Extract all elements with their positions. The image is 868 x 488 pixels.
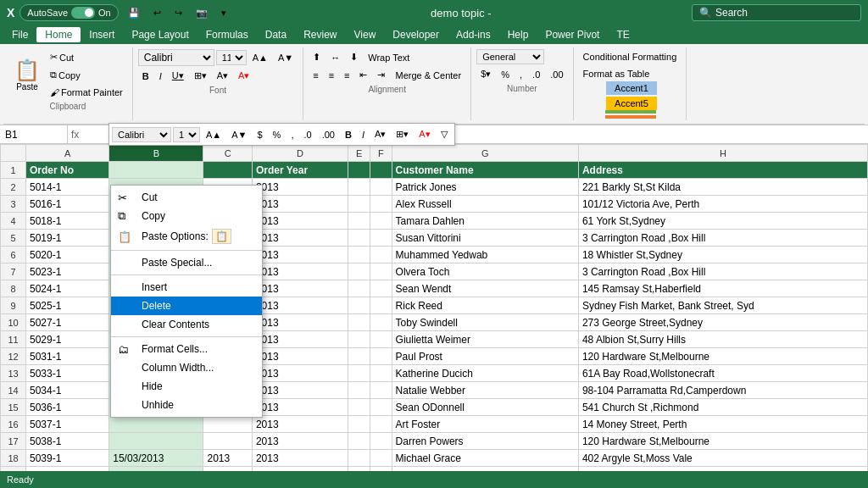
decrease-decimal-button[interactable]: .0 — [528, 66, 544, 82]
cell-g9[interactable]: Rick Reed — [392, 297, 578, 314]
cell-f16[interactable] — [370, 416, 392, 433]
cell-a14[interactable]: 5034-1 — [26, 382, 109, 399]
cell-a16[interactable]: 5037-1 — [26, 416, 109, 433]
col-header-d[interactable]: D — [252, 145, 348, 162]
col-header-h[interactable]: H — [578, 145, 867, 162]
align-middle-button[interactable]: ↔ — [326, 50, 344, 65]
cell-f6[interactable] — [370, 247, 392, 263]
cell-d17[interactable]: 2013 — [252, 433, 348, 450]
cell-f2[interactable] — [370, 179, 392, 196]
cell-b16[interactable] — [109, 416, 203, 433]
cell-f4[interactable] — [370, 213, 392, 230]
cell-e5[interactable] — [348, 230, 370, 247]
merge-center-button[interactable]: Merge & Center — [391, 68, 465, 83]
cell-reference[interactable]: B1 — [0, 125, 68, 143]
ctx-paste-special[interactable]: Paste Special... — [111, 253, 262, 272]
cell-d6[interactable]: 2013 — [252, 247, 348, 263]
cell-h1[interactable]: Address — [578, 162, 867, 179]
cell-f10[interactable] — [370, 314, 392, 331]
cell-f9[interactable] — [370, 297, 392, 314]
menu-power-pivot[interactable]: Power Pivot — [537, 27, 608, 42]
cell-e18[interactable] — [348, 450, 370, 467]
cell-b1[interactable] — [109, 162, 203, 179]
cell-g17[interactable]: Darren Powers — [392, 433, 578, 450]
font-size-select[interactable]: 11 — [216, 50, 247, 65]
cell-d12[interactable]: 2013 — [252, 348, 348, 365]
cell-a4[interactable]: 5018-1 — [26, 213, 109, 230]
mini-size-select[interactable]: 11 — [173, 127, 200, 142]
accent1-button[interactable]: Accent1 — [606, 81, 657, 95]
cell-f1[interactable] — [370, 162, 392, 179]
cell-a3[interactable]: 5016-1 — [26, 196, 109, 213]
cell-e1[interactable] — [348, 162, 370, 179]
ctx-column-width[interactable]: Column Width... — [111, 358, 262, 377]
cell-h3[interactable]: 101/12 Victoria Ave, Perth — [578, 196, 867, 213]
menu-view[interactable]: View — [346, 27, 385, 42]
cell-d3[interactable]: 2013 — [252, 196, 348, 213]
increase-decimal-button[interactable]: .00 — [546, 66, 567, 82]
col-header-f[interactable]: F — [370, 145, 392, 162]
cell-a10[interactable]: 5027-1 — [26, 314, 109, 331]
cell-h11[interactable]: 48 Albion St,Surry Hills — [578, 331, 867, 348]
ctx-delete[interactable]: Delete — [111, 297, 262, 315]
mini-decrease-font[interactable]: A▼ — [227, 127, 251, 142]
cell-d16[interactable]: 2013 — [252, 416, 348, 433]
cell-e6[interactable] — [348, 247, 370, 263]
cell-d7[interactable]: 2013 — [252, 263, 348, 280]
cell-h10[interactable]: 273 George Street,Sydney — [578, 314, 867, 331]
cell-h14[interactable]: 98-104 Parramatta Rd,Camperdown — [578, 382, 867, 399]
cell-g1[interactable]: Customer Name — [392, 162, 578, 179]
conditional-formatting-button[interactable]: Conditional Formatting — [579, 49, 682, 64]
cell-g18[interactable]: Michael Grace — [392, 450, 578, 467]
increase-font-button[interactable]: A▲ — [248, 50, 272, 65]
decrease-font-button[interactable]: A▼ — [274, 50, 298, 65]
cell-b18[interactable]: 15/03/2013 — [109, 450, 203, 467]
cell-d9[interactable]: 2013 — [252, 297, 348, 314]
autosave-badge[interactable]: AutoSave On — [19, 4, 118, 21]
cell-g3[interactable]: Alex Russell — [392, 196, 578, 213]
cell-c1[interactable] — [203, 162, 252, 179]
ctx-format-cells[interactable]: 🗂 Format Cells... — [111, 340, 262, 358]
col-header-g[interactable]: G — [392, 145, 578, 162]
cell-e16[interactable] — [348, 416, 370, 433]
cell-f8[interactable] — [370, 280, 392, 297]
mini-italic[interactable]: I — [358, 127, 369, 142]
save-button[interactable]: 💾 — [124, 5, 144, 21]
cell-f12[interactable] — [370, 348, 392, 365]
cell-e13[interactable] — [348, 365, 370, 382]
cell-f7[interactable] — [370, 263, 392, 280]
align-left-button[interactable]: ≡ — [309, 68, 322, 83]
cell-h4[interactable]: 61 York St,Sydney — [578, 213, 867, 230]
cell-h12[interactable]: 120 Hardware St,Melbourne — [578, 348, 867, 365]
cell-a5[interactable]: 5019-1 — [26, 230, 109, 247]
align-center-button[interactable]: ≡ — [325, 68, 338, 83]
menu-page-layout[interactable]: Page Layout — [123, 27, 197, 42]
mini-font-color[interactable]: A▾ — [415, 126, 434, 142]
mini-font-select[interactable]: Calibri — [112, 127, 171, 142]
mini-comma[interactable]: , — [287, 127, 298, 142]
menu-help[interactable]: Help — [499, 27, 537, 42]
ctx-insert[interactable]: Insert — [111, 278, 262, 297]
cell-d10[interactable]: 2013 — [252, 314, 348, 331]
cell-d1[interactable]: Order Year — [252, 162, 348, 179]
mini-percent[interactable]: % — [269, 127, 286, 142]
cell-g13[interactable]: Katherine Ducich — [392, 365, 578, 382]
accent5-button[interactable]: Accent5 — [606, 97, 657, 110]
cell-a12[interactable]: 5031-1 — [26, 348, 109, 365]
currency-button[interactable]: $▾ — [476, 66, 495, 82]
cell-h2[interactable]: 221 Barkly St,St Kilda — [578, 179, 867, 196]
cell-g14[interactable]: Natalie Webber — [392, 382, 578, 399]
increase-indent-button[interactable]: ⇥ — [373, 67, 389, 83]
percent-button[interactable]: % — [497, 66, 514, 82]
border-button[interactable]: ⊞▾ — [190, 68, 211, 84]
align-top-button[interactable]: ⬆ — [309, 49, 325, 65]
cell-a13[interactable]: 5033-1 — [26, 365, 109, 382]
ctx-paste-options[interactable]: 📋 Paste Options: 📋 — [111, 225, 262, 247]
cell-h7[interactable]: 3 Carrington Road ,Box Hill — [578, 263, 867, 280]
cell-a7[interactable]: 5023-1 — [26, 263, 109, 280]
cell-f13[interactable] — [370, 365, 392, 382]
fill-color-button[interactable]: A▾ — [213, 68, 232, 84]
menu-data[interactable]: Data — [257, 27, 295, 42]
wrap-text-button[interactable]: Wrap Text — [364, 50, 414, 65]
col-header-e[interactable]: E — [348, 145, 370, 162]
